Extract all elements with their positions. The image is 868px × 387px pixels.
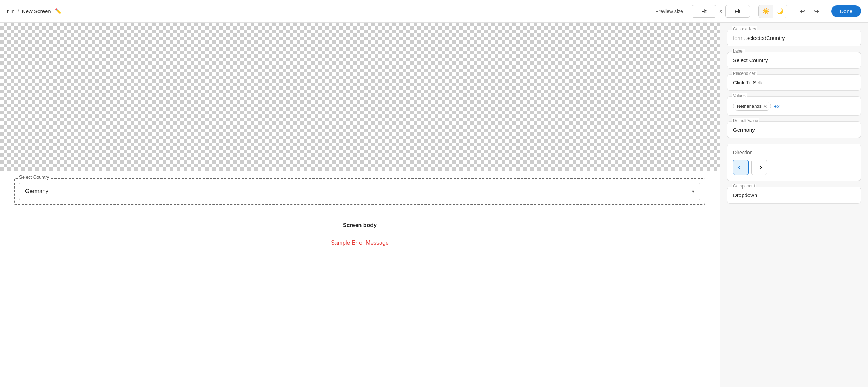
label-value: Select Country xyxy=(733,57,768,63)
rtl-direction-button[interactable]: ⇒ xyxy=(751,160,767,175)
label-section-label: Label xyxy=(732,49,745,54)
chip-remove-icon[interactable]: ✕ xyxy=(763,104,767,109)
select-value: Germany xyxy=(25,188,48,195)
light-theme-button[interactable]: ☀️ xyxy=(759,5,773,18)
sidebar: Context Key form. selectedCountry Label … xyxy=(720,23,868,387)
done-button[interactable]: Done xyxy=(831,5,861,17)
component-label: Select Country xyxy=(18,174,51,180)
placeholder-text: Click To Select xyxy=(733,79,768,85)
error-message-text: Sample Error Message xyxy=(0,240,720,246)
preview-size-label: Preview size: xyxy=(655,8,684,14)
component-section-label: Component xyxy=(732,184,756,189)
values-section: Values Netherlands ✕ +2 xyxy=(727,96,861,116)
context-key-value-container: form. selectedCountry xyxy=(727,30,861,46)
dark-theme-button[interactable]: 🌙 xyxy=(773,5,787,18)
header: r In / New Screen ✏️ Preview size: X ☀️ … xyxy=(0,0,868,23)
default-value-content[interactable]: Germany xyxy=(727,122,861,138)
preview-inputs: X xyxy=(692,5,750,18)
breadcrumb-parent[interactable]: r In xyxy=(7,8,15,14)
undo-button[interactable]: ↩ xyxy=(796,5,809,18)
direction-label: Direction xyxy=(733,150,855,155)
default-value-text: Germany xyxy=(733,127,755,133)
placeholder-label: Placeholder xyxy=(732,71,757,76)
select-field[interactable]: Germany ▾ xyxy=(19,183,700,200)
values-content: Netherlands ✕ +2 xyxy=(727,97,861,115)
values-extra[interactable]: +2 xyxy=(774,103,780,109)
checkerboard-bg xyxy=(0,23,720,171)
canvas-area: › Select Country Germany ▾ Screen body S… xyxy=(0,23,720,387)
label-section: Label Select Country xyxy=(727,52,861,69)
context-key-section: Context Key form. selectedCountry xyxy=(727,30,861,46)
redo-button[interactable]: ↪ xyxy=(810,5,823,18)
default-value-section: Default Value Germany xyxy=(727,121,861,138)
preview-height-input[interactable] xyxy=(725,5,750,18)
placeholder-section: Placeholder Click To Select xyxy=(727,74,861,91)
breadcrumb: r In / New Screen ✏️ xyxy=(7,8,62,14)
netherlands-chip[interactable]: Netherlands ✕ xyxy=(733,102,771,111)
ltr-direction-button[interactable]: ⇐ xyxy=(733,160,749,175)
undo-redo-group: ↩ ↪ xyxy=(796,5,823,18)
theme-toggle: ☀️ 🌙 xyxy=(758,5,787,18)
default-value-label: Default Value xyxy=(732,118,760,123)
label-section-value[interactable]: Select Country xyxy=(727,52,861,68)
preview-width-input[interactable] xyxy=(692,5,716,18)
breadcrumb-separator: / xyxy=(18,8,19,14)
select-field-inner: Germany ▾ xyxy=(25,188,694,195)
breadcrumb-current[interactable]: New Screen xyxy=(22,8,51,14)
placeholder-value[interactable]: Click To Select xyxy=(727,75,861,90)
context-key-prefix: form. xyxy=(733,35,745,41)
chip-label: Netherlands xyxy=(737,103,762,109)
component-value: Dropdown xyxy=(733,192,757,198)
chevron-down-icon: ▾ xyxy=(692,189,694,194)
component-section: Component Dropdown xyxy=(727,187,861,204)
direction-section: Direction ⇐ ⇒ xyxy=(727,144,861,181)
context-key-label: Context Key xyxy=(732,26,757,31)
preview-x-label: X xyxy=(719,8,722,14)
context-key-field[interactable]: selectedCountry xyxy=(746,35,785,41)
main-content: › Select Country Germany ▾ Screen body S… xyxy=(0,23,868,387)
direction-content: Direction ⇐ ⇒ xyxy=(727,144,861,181)
values-label: Values xyxy=(732,93,747,98)
select-country-component[interactable]: Select Country Germany ▾ xyxy=(14,178,705,205)
edit-icon[interactable]: ✏️ xyxy=(55,8,62,14)
direction-buttons: ⇐ ⇒ xyxy=(733,160,855,175)
values-chips: Netherlands ✕ +2 xyxy=(733,102,855,111)
screen-body-text: Screen body xyxy=(0,222,720,228)
